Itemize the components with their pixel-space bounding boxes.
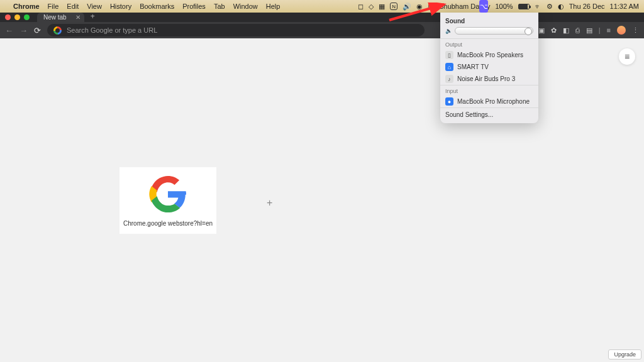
macos-menubar: Chrome File Edit View History Bookmarks … — [0, 0, 644, 13]
tv-icon: ⌂ — [445, 63, 453, 71]
window-minimize[interactable] — [14, 14, 20, 20]
device-label: Noise Air Buds Pro 3 — [457, 75, 515, 82]
upgrade-button[interactable]: Upgrade — [608, 349, 641, 359]
window-close[interactable] — [5, 14, 11, 20]
device-label: MacBook Pro Speakers — [457, 52, 523, 58]
shortcut-label: Chrome.google webstore?hl=en — [123, 220, 213, 227]
date[interactable]: Thu 26 Dec — [569, 3, 605, 10]
new-tab-page: Chrome.google webstore?hl=en + ≡ Upgrade — [0, 38, 644, 362]
menu-history[interactable]: History — [110, 3, 131, 10]
screen-icon[interactable]: ▢ — [428, 3, 434, 11]
extension-icon[interactable]: ≡ — [607, 26, 611, 34]
google-logo-icon — [148, 175, 187, 214]
add-shortcut-button[interactable]: + — [267, 197, 272, 209]
omnibox-placeholder: Search Google or type a URL — [67, 26, 157, 34]
input-section-label: Input — [440, 85, 538, 96]
forward-icon: → — [19, 26, 28, 35]
speaker-icon: ▯ — [445, 51, 453, 59]
extension-icon[interactable]: ◧ — [563, 26, 569, 35]
menubar-icon[interactable]: ⚙ — [547, 3, 553, 11]
extension-icon[interactable]: ⎙ — [575, 26, 580, 34]
address-bar[interactable]: Search Google or type a URL — [47, 24, 425, 36]
customize-button[interactable]: ≡ — [619, 48, 635, 65]
google-icon — [53, 26, 62, 35]
record-icon[interactable]: ◉ — [416, 3, 423, 11]
volume-slider[interactable] — [455, 27, 533, 35]
menu-tab[interactable]: Tab — [214, 3, 225, 10]
window-zoom[interactable] — [24, 14, 30, 20]
battery-percent: 100% — [496, 3, 513, 10]
output-section-label: Output — [440, 38, 538, 49]
volume-low-icon: 🔈 — [445, 28, 452, 34]
app-name[interactable]: Chrome — [13, 3, 40, 10]
sound-menu: Sound 🔈 Output ▯MacBook Pro Speakers ⌂SM… — [440, 13, 538, 123]
output-device[interactable]: ♪Noise Air Buds Pro 3 — [440, 73, 538, 85]
menubar-icon[interactable]: ◇ — [369, 3, 374, 11]
menu-window[interactable]: Window — [233, 3, 258, 10]
shortcut-tile[interactable]: Chrome.google webstore?hl=en — [119, 167, 216, 234]
device-label: SMART TV — [457, 63, 489, 70]
browser-tab[interactable]: New tab ✕ — [37, 13, 84, 22]
control-center-icon[interactable]: ⌥ — [479, 0, 488, 13]
menu-help[interactable]: Help — [266, 3, 280, 10]
tab-title: New tab — [43, 14, 67, 21]
device-label: MacBook Pro Microphone — [457, 98, 530, 105]
output-device[interactable]: ▯MacBook Pro Speakers — [440, 49, 538, 61]
chrome-tabstrip: New tab ✕ + — [0, 13, 644, 22]
battery-icon[interactable] — [518, 4, 530, 9]
chrome-toolbar: ← → ⟳ Search Google or type a URL ▣ ✿ ◧ … — [0, 22, 644, 38]
close-tab-icon[interactable]: ✕ — [75, 14, 80, 21]
back-icon[interactable]: ← — [5, 26, 13, 35]
extension-icon[interactable]: ▤ — [586, 26, 592, 35]
sound-title: Sound — [440, 16, 538, 27]
sound-settings-link[interactable]: Sound Settings... — [440, 107, 538, 119]
menu-edit[interactable]: Edit — [67, 3, 79, 10]
extension-icon[interactable]: | — [599, 26, 601, 34]
menu-view[interactable]: View — [87, 3, 102, 10]
extension-icon[interactable]: ✿ — [551, 26, 557, 35]
headphones-icon: ♪ — [445, 75, 453, 83]
menubar-icon[interactable]: ◐ — [558, 3, 564, 11]
input-device[interactable]: ●MacBook Pro Microphone — [440, 96, 538, 107]
microphone-icon: ● — [445, 97, 453, 106]
output-device[interactable]: ⌂SMART TV — [440, 61, 538, 73]
wifi-icon[interactable]: ᯤ — [535, 3, 541, 10]
menubar-icon[interactable]: ▦ — [379, 3, 385, 11]
extension-icon[interactable]: ▣ — [538, 26, 545, 35]
chrome-menu-icon[interactable]: ⋮ — [632, 26, 639, 35]
time[interactable]: 11:32 AM — [610, 3, 639, 10]
menu-bookmarks[interactable]: Bookmarks — [140, 3, 174, 10]
menubar-icon[interactable]: ◻ — [358, 3, 364, 11]
reload-icon[interactable]: ⟳ — [34, 26, 41, 35]
profile-avatar[interactable] — [617, 26, 626, 35]
volume-icon[interactable]: 🔊 — [402, 3, 411, 11]
menu-file[interactable]: File — [48, 3, 59, 10]
menu-profiles[interactable]: Profiles — [182, 3, 206, 10]
notion-icon[interactable]: N — [390, 3, 397, 10]
new-tab-button[interactable]: + — [91, 12, 95, 21]
